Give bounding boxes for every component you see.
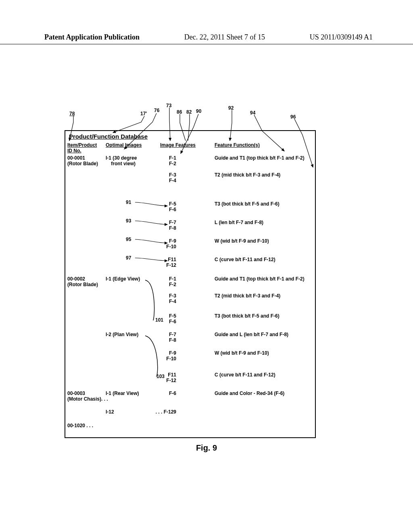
id-00-0003: 00-0003	[67, 391, 85, 396]
ref-78: 78	[69, 111, 75, 116]
fn: C (curve b/t F-11 and F-12)	[215, 257, 275, 262]
doc-header: Patent Application Publication Dec. 22, …	[0, 33, 413, 44]
fn: C (curve b/t F-11 and F-12)	[215, 372, 275, 378]
figure-area: 78 17' 76 73 86 82 90 92 94 96 91 93 95 …	[65, 103, 316, 438]
ref-17p: 17'	[140, 111, 147, 116]
fn: Guide and Color - Red-34 (F-6)	[215, 391, 284, 396]
img-00-0002-b: I-2 (Plan View)	[106, 332, 138, 337]
pub-type: Patent Application Publication	[44, 33, 140, 42]
fn: T2 (mid thick b/t F-3 and F-4)	[215, 293, 280, 299]
ref-73: 73	[166, 103, 171, 108]
figure-caption: Fig. 9	[0, 443, 413, 453]
fn: T2 (mid thick b/t F-3 and F-4)	[215, 172, 280, 178]
img-i12: I-12	[106, 409, 114, 415]
col-images: Optimal Images	[106, 142, 142, 148]
fn: T3 (bot thick b/t F-5 and F-6)	[215, 313, 280, 319]
col-item: Item/Product ID No.	[67, 142, 97, 154]
fn: Guide and T1 (top thick b/t F-1 and F-2)	[215, 155, 305, 161]
fn: L (len b/t F-7 and F-8)	[215, 220, 263, 225]
ref-82: 82	[186, 109, 192, 115]
pub-number: US 2011/0309149 A1	[310, 33, 373, 42]
img-00-0002-a: I-1 (Edge View)	[106, 276, 140, 282]
ref-90: 90	[196, 108, 201, 114]
id-00-0003-sub: (Motor Chasis). . .	[67, 396, 108, 402]
database-table: Product/Function Database Item/Product I…	[65, 130, 316, 438]
img-00-0001: I-1 (30 degree front view)	[106, 155, 137, 166]
id-00-0001: 00-0001	[67, 155, 85, 161]
id-00-0001-sub: (Rotor Blade)	[67, 161, 98, 166]
col-features: Image Features	[160, 142, 196, 148]
fn: W (wid b/t F-9 and F-10)	[215, 238, 269, 244]
ref-76: 76	[154, 108, 159, 113]
id-00-0002: 00-0002	[67, 276, 85, 282]
fn: T3 (bot thick b/t F-5 and F-6)	[215, 201, 280, 207]
id-00-1020: 00-1020 . . .	[67, 423, 93, 428]
db-title: Product/Function Database	[69, 133, 148, 140]
ref-96: 96	[290, 114, 296, 120]
fn: W (wid b/t F-9 and F-10)	[215, 350, 269, 356]
pub-date-sheet: Dec. 22, 2011 Sheet 7 of 15	[184, 33, 265, 42]
id-00-0002-sub: (Rotor Blade)	[67, 282, 98, 287]
ref-94: 94	[250, 110, 255, 116]
fn: Guide and L (len b/t F-7 and F-8)	[215, 332, 288, 337]
ref-86: 86	[177, 109, 182, 115]
ref-92: 92	[228, 105, 234, 111]
fn: Guide and T1 (top thick b/t F-1 and F-2)	[215, 276, 305, 282]
img-00-0003: I-1 (Rear View)	[106, 391, 139, 396]
col-functions: Feature Function(s)	[215, 142, 260, 148]
